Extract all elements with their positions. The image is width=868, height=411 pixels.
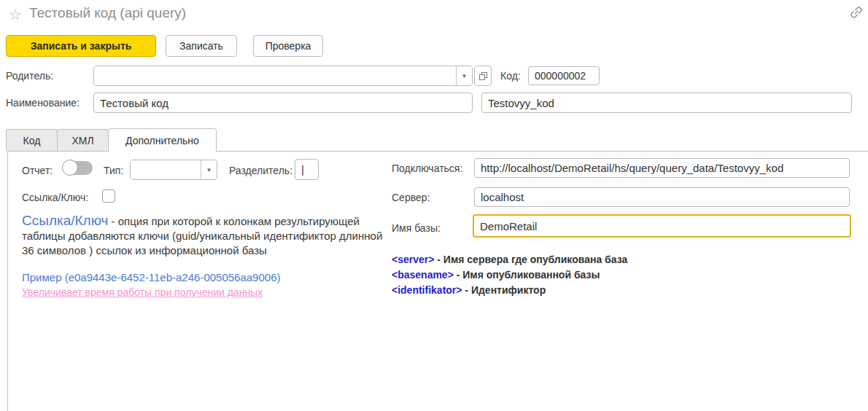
code-input[interactable]: [528, 66, 600, 85]
separator-label: Разделитель:: [229, 165, 292, 176]
open-item-icon: [478, 71, 488, 81]
toggle-knob-icon: [62, 160, 78, 176]
chevron-down-icon: ▼: [462, 73, 468, 79]
refkey-description: Ссылка/Ключ - опция при которой к колонк…: [22, 214, 392, 258]
refkey-checkbox[interactable]: [102, 189, 115, 203]
parent-open-button[interactable]: [474, 66, 492, 86]
server-label: Сервер:: [392, 192, 430, 203]
name-label: Наименование:: [6, 97, 80, 109]
parent-combo[interactable]: ▼: [93, 66, 473, 86]
save-and-close-button[interactable]: Записать и закрыть: [6, 35, 156, 57]
hint-identifikator-tag: <identifikator>: [392, 284, 462, 296]
server-input[interactable]: [474, 187, 850, 207]
hint-server-tag: <server>: [392, 254, 434, 265]
hint-basename-text: - Имя опубликованной базы: [454, 269, 600, 281]
warning-link[interactable]: Увеличивает время работы при получении д…: [22, 286, 263, 298]
name-input[interactable]: [93, 93, 473, 113]
tab-xml[interactable]: ХМЛ: [57, 129, 109, 151]
type-dropdown-button[interactable]: ▼: [201, 160, 217, 179]
report-toggle[interactable]: [63, 161, 93, 175]
code-label: Код:: [500, 70, 521, 82]
hint-basename: <basename> - Имя опубликованной базы: [392, 269, 600, 281]
type-input[interactable]: [131, 160, 201, 179]
favorite-star-icon[interactable]: ☆: [9, 6, 22, 23]
separator-input[interactable]: [295, 159, 319, 180]
tab-kod[interactable]: Код: [6, 129, 58, 151]
refkey-description-title: Ссылка/Ключ: [22, 213, 108, 228]
hint-server-text: - Имя сервера где опубликована база: [434, 254, 627, 265]
report-label: Отчет:: [22, 165, 53, 176]
connect-url-input[interactable]: [474, 158, 850, 178]
dbname-input[interactable]: [473, 214, 851, 238]
dbname-label: Имя базы:: [392, 222, 441, 234]
save-button[interactable]: Записать: [166, 35, 237, 57]
window: { "header": { "title": "Тестовый код (ap…: [0, 0, 868, 411]
chevron-down-icon: ▼: [206, 167, 212, 173]
hint-basename-tag: <basename>: [392, 269, 454, 281]
example-guid-text: Пример (e0a9443e-6452-11eb-a246-005056aa…: [22, 271, 280, 283]
hint-server: <server> - Имя сервера где опубликована …: [392, 254, 627, 265]
parent-label: Родитель:: [6, 70, 53, 82]
tab-dopolnitelno[interactable]: Дополнительно: [108, 128, 217, 152]
parent-dropdown-button[interactable]: ▼: [456, 66, 472, 85]
type-label: Тип:: [104, 165, 123, 176]
hint-identifikator: <identifikator> - Идентификтор: [392, 284, 546, 296]
refkey-label: Ссылка/Ключ:: [22, 192, 88, 203]
type-combo[interactable]: ▼: [130, 160, 217, 180]
connect-label: Подключаться:: [392, 163, 462, 174]
parent-input[interactable]: [94, 66, 456, 85]
get-link-icon[interactable]: [848, 4, 865, 21]
hint-identifikator-text: - Идентификтор: [462, 284, 546, 296]
check-button[interactable]: Проверка: [253, 35, 323, 57]
page-title: Тестовый код (api query): [29, 5, 186, 21]
name-translit-input[interactable]: [481, 93, 852, 113]
